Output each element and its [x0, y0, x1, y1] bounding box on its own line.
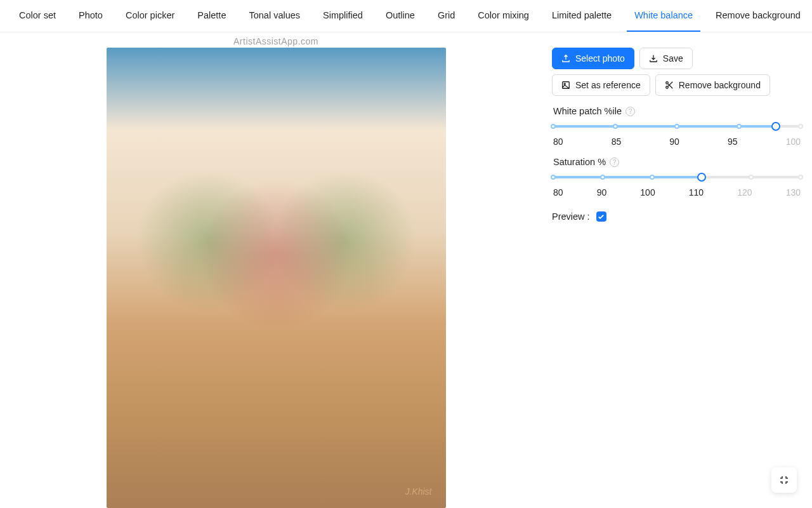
mark-sat-0: 80	[553, 187, 563, 197]
mark-sat-5: 130	[786, 187, 801, 197]
tab-palette[interactable]: Palette	[190, 0, 233, 32]
tab-photo[interactable]: Photo	[71, 0, 110, 32]
white-patch-slider[interactable]	[553, 123, 801, 130]
watermark-text: ArtistAssistApp.com	[233, 36, 318, 46]
download-icon	[649, 54, 658, 63]
select-photo-button[interactable]: Select photo	[552, 48, 634, 69]
tab-grid[interactable]: Grid	[430, 0, 462, 32]
tab-limited-palette[interactable]: Limited palette	[544, 0, 619, 32]
preview-image[interactable]: J.Khist	[107, 48, 446, 508]
tab-white-balance[interactable]: White balance	[627, 0, 700, 32]
mark-wp-0: 80	[553, 137, 563, 147]
compress-icon	[779, 475, 789, 485]
select-photo-label: Select photo	[575, 53, 625, 64]
saturation-handle[interactable]	[697, 173, 706, 182]
mark-sat-3: 110	[689, 187, 704, 197]
remove-background-label: Remove background	[679, 80, 761, 90]
tab-color-picker[interactable]: Color picker	[118, 0, 182, 32]
help-icon[interactable]: ?	[625, 107, 635, 116]
image-signature: J.Khist	[405, 486, 431, 497]
remove-background-button[interactable]: Remove background	[655, 74, 770, 96]
tab-outline[interactable]: Outline	[378, 0, 422, 32]
scissors-icon	[665, 81, 674, 90]
white-patch-label: White patch %ile	[553, 106, 622, 116]
save-label: Save	[663, 53, 683, 64]
controls-panel: Select photo Save Set as reference Re	[552, 36, 812, 508]
help-icon[interactable]: ?	[610, 157, 619, 167]
mark-sat-1: 90	[597, 187, 607, 197]
tab-color-mixing[interactable]: Color mixing	[470, 0, 537, 32]
mark-wp-4: 100	[786, 137, 801, 147]
saturation-slider[interactable]	[553, 173, 801, 181]
set-reference-label: Set as reference	[575, 80, 641, 90]
mark-wp-2: 90	[669, 137, 679, 147]
mark-wp-3: 95	[728, 137, 738, 147]
tab-bar: Color set Photo Color picker Palette Ton…	[0, 0, 812, 32]
main-content: ArtistAssistApp.com J.Khist Select photo…	[0, 32, 812, 508]
mark-sat-4: 120	[737, 187, 752, 197]
svg-point-2	[665, 82, 668, 84]
mark-wp-1: 85	[612, 137, 622, 147]
check-icon	[598, 213, 605, 220]
image-panel: ArtistAssistApp.com J.Khist	[0, 36, 552, 508]
svg-point-3	[665, 86, 668, 89]
tab-color-set[interactable]: Color set	[11, 0, 63, 32]
saturation-label: Saturation %	[553, 157, 606, 167]
white-patch-label-row: White patch %ile ?	[553, 106, 804, 116]
white-patch-handle[interactable]	[771, 122, 780, 131]
preview-checkbox[interactable]	[596, 211, 606, 222]
preview-label: Preview :	[552, 211, 590, 222]
tab-tonal-values[interactable]: Tonal values	[241, 0, 308, 32]
saturation-label-row: Saturation % ?	[553, 157, 804, 167]
image-icon	[561, 81, 570, 90]
tab-simplified[interactable]: Simplified	[315, 0, 370, 32]
mark-sat-2: 100	[640, 187, 655, 197]
svg-point-1	[564, 83, 565, 84]
save-button[interactable]: Save	[639, 48, 693, 69]
tab-remove-background[interactable]: Remove background	[708, 0, 808, 32]
upload-icon	[561, 54, 570, 63]
fullscreen-button[interactable]	[771, 467, 797, 493]
set-reference-button[interactable]: Set as reference	[552, 74, 650, 96]
